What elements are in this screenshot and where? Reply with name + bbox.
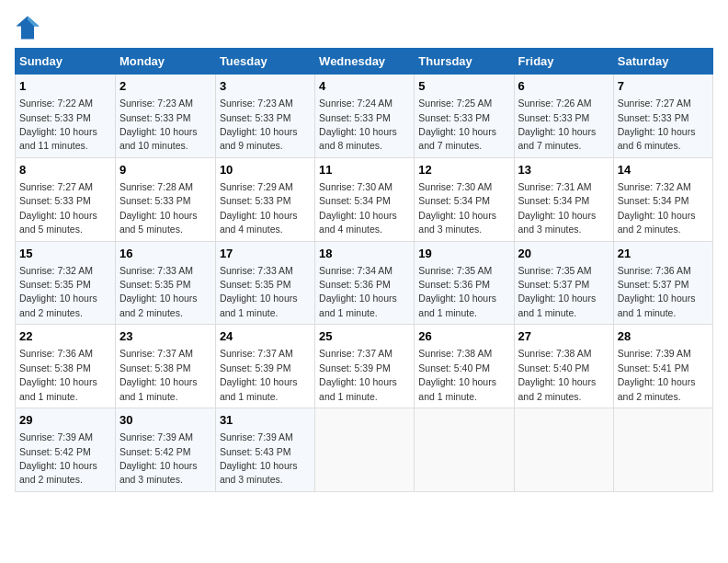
daylight-info: Daylight: 10 hours and 1 minute. [319,293,397,317]
sunrise-info: Sunrise: 7:37 AM [319,348,392,359]
sunset-info: Sunset: 5:38 PM [119,362,191,373]
daylight-info: Daylight: 10 hours and 1 minute. [618,293,696,317]
sunrise-info: Sunrise: 7:32 AM [618,181,691,192]
calendar-cell: 30 Sunrise: 7:39 AM Sunset: 5:42 PM Dayl… [115,408,215,492]
daylight-info: Daylight: 10 hours and 1 minute. [19,376,97,401]
calendar-cell: 24 Sunrise: 7:37 AM Sunset: 5:39 PM Dayl… [215,325,314,408]
calendar-cell: 26 Sunrise: 7:38 AM Sunset: 5:40 PM Dayl… [415,325,514,408]
calendar-cell: 16 Sunrise: 7:33 AM Sunset: 5:35 PM Dayl… [115,241,215,325]
sunrise-info: Sunrise: 7:23 AM [220,98,293,109]
sunset-info: Sunset: 5:34 PM [518,195,590,206]
sunrise-info: Sunrise: 7:37 AM [119,348,193,359]
calendar-cell: 12 Sunrise: 7:30 AM Sunset: 5:34 PM Dayl… [415,157,514,241]
daylight-info: Daylight: 10 hours and 2 minutes. [19,293,97,317]
day-number: 24 [220,328,311,345]
sunrise-info: Sunrise: 7:31 AM [518,181,592,192]
sunset-info: Sunset: 5:33 PM [119,112,191,123]
calendar-cell: 11 Sunrise: 7:30 AM Sunset: 5:34 PM Dayl… [315,157,415,241]
calendar-cell: 8 Sunrise: 7:27 AM Sunset: 5:33 PM Dayli… [16,157,116,241]
sunrise-info: Sunrise: 7:27 AM [19,181,93,192]
sunset-info: Sunset: 5:40 PM [418,362,490,373]
calendar-cell: 4 Sunrise: 7:24 AM Sunset: 5:33 PM Dayli… [315,75,415,158]
sunset-info: Sunset: 5:33 PM [220,112,291,123]
day-number: 12 [418,162,509,178]
weekday-header-saturday: Saturday [613,49,712,75]
sunset-info: Sunset: 5:34 PM [618,195,689,206]
calendar-cell: 10 Sunrise: 7:29 AM Sunset: 5:33 PM Dayl… [215,157,314,241]
daylight-info: Daylight: 10 hours and 2 minutes. [618,376,696,401]
calendar-cell: 19 Sunrise: 7:35 AM Sunset: 5:36 PM Dayl… [415,241,514,325]
day-number: 8 [19,162,111,178]
calendar-cell: 14 Sunrise: 7:32 AM Sunset: 5:34 PM Dayl… [613,157,712,241]
sunrise-info: Sunrise: 7:23 AM [119,98,193,109]
weekday-header-tuesday: Tuesday [215,49,314,75]
sunset-info: Sunset: 5:38 PM [19,362,91,373]
weekday-header-monday: Monday [115,49,215,75]
sunrise-info: Sunrise: 7:30 AM [319,181,392,192]
calendar-week-row: 8 Sunrise: 7:27 AM Sunset: 5:33 PM Dayli… [16,157,713,241]
calendar-cell: 20 Sunrise: 7:35 AM Sunset: 5:37 PM Dayl… [514,241,613,325]
weekday-header-sunday: Sunday [16,49,116,75]
weekday-header-thursday: Thursday [415,49,514,75]
day-number: 30 [119,412,211,429]
sunrise-info: Sunrise: 7:30 AM [418,181,492,192]
daylight-info: Daylight: 10 hours and 7 minutes. [418,126,496,151]
calendar-cell: 21 Sunrise: 7:36 AM Sunset: 5:37 PM Dayl… [613,241,712,325]
daylight-info: Daylight: 10 hours and 10 minutes. [119,126,198,151]
sunset-info: Sunset: 5:33 PM [119,195,191,206]
sunrise-info: Sunrise: 7:33 AM [220,265,293,276]
day-number: 11 [319,162,410,178]
calendar-cell: 15 Sunrise: 7:32 AM Sunset: 5:35 PM Dayl… [16,241,116,325]
calendar-cell: 18 Sunrise: 7:34 AM Sunset: 5:36 PM Dayl… [315,241,415,325]
sunset-info: Sunset: 5:35 PM [119,279,191,290]
sunrise-info: Sunrise: 7:29 AM [220,181,293,192]
day-number: 4 [319,78,410,95]
sunset-info: Sunset: 5:37 PM [618,279,689,290]
calendar-week-row: 29 Sunrise: 7:39 AM Sunset: 5:42 PM Dayl… [16,408,713,492]
calendar-cell [315,408,415,492]
daylight-info: Daylight: 10 hours and 2 minutes. [19,460,97,485]
sunrise-info: Sunrise: 7:28 AM [119,181,193,192]
day-number: 1 [19,78,111,95]
sunset-info: Sunset: 5:35 PM [19,279,91,290]
calendar-cell: 23 Sunrise: 7:37 AM Sunset: 5:38 PM Dayl… [115,325,215,408]
sunrise-info: Sunrise: 7:27 AM [618,98,691,109]
calendar-cell: 7 Sunrise: 7:27 AM Sunset: 5:33 PM Dayli… [613,75,712,158]
calendar-week-row: 15 Sunrise: 7:32 AM Sunset: 5:35 PM Dayl… [16,241,713,325]
sunset-info: Sunset: 5:37 PM [518,279,590,290]
daylight-info: Daylight: 10 hours and 3 minutes. [220,460,298,485]
sunset-info: Sunset: 5:36 PM [319,279,391,290]
sunset-info: Sunset: 5:33 PM [618,112,689,123]
weekday-header-wednesday: Wednesday [315,49,415,75]
calendar-cell: 29 Sunrise: 7:39 AM Sunset: 5:42 PM Dayl… [16,408,116,492]
sunrise-info: Sunrise: 7:26 AM [518,98,592,109]
daylight-info: Daylight: 10 hours and 4 minutes. [319,210,397,235]
day-number: 5 [418,78,509,95]
sunset-info: Sunset: 5:36 PM [418,279,490,290]
sunrise-info: Sunrise: 7:34 AM [319,265,392,276]
day-number: 27 [518,328,609,345]
calendar-cell: 2 Sunrise: 7:23 AM Sunset: 5:33 PM Dayli… [115,75,215,158]
daylight-info: Daylight: 10 hours and 4 minutes. [220,210,298,235]
sunset-info: Sunset: 5:40 PM [518,362,590,373]
calendar-cell: 1 Sunrise: 7:22 AM Sunset: 5:33 PM Dayli… [16,75,116,158]
weekday-header-friday: Friday [514,49,613,75]
calendar-cell: 9 Sunrise: 7:28 AM Sunset: 5:33 PM Dayli… [115,157,215,241]
calendar-cell: 25 Sunrise: 7:37 AM Sunset: 5:39 PM Dayl… [315,325,415,408]
logo-icon [15,15,40,40]
calendar-cell: 5 Sunrise: 7:25 AM Sunset: 5:33 PM Dayli… [415,75,514,158]
calendar-week-row: 22 Sunrise: 7:36 AM Sunset: 5:38 PM Dayl… [16,325,713,408]
calendar-cell [415,408,514,492]
sunset-info: Sunset: 5:35 PM [220,279,291,290]
daylight-info: Daylight: 10 hours and 1 minute. [518,293,597,317]
calendar-week-row: 1 Sunrise: 7:22 AM Sunset: 5:33 PM Dayli… [16,75,713,158]
sunset-info: Sunset: 5:39 PM [319,362,391,373]
day-number: 13 [518,162,609,178]
logo [15,15,42,40]
sunrise-info: Sunrise: 7:24 AM [319,98,392,109]
daylight-info: Daylight: 10 hours and 2 minutes. [518,376,597,401]
sunrise-info: Sunrise: 7:32 AM [19,265,93,276]
sunset-info: Sunset: 5:33 PM [518,112,590,123]
daylight-info: Daylight: 10 hours and 9 minutes. [220,126,298,151]
sunset-info: Sunset: 5:42 PM [19,446,91,457]
